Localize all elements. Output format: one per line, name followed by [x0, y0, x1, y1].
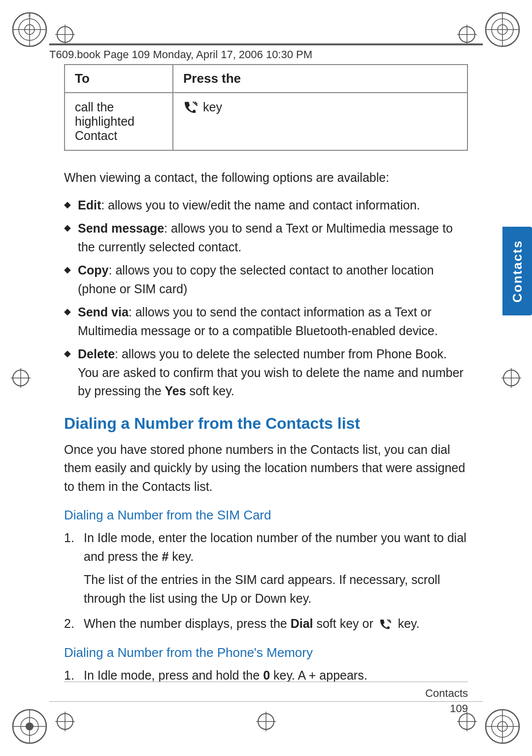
- header-text: T609.book Page 109 Monday, April 17, 200…: [49, 48, 312, 61]
- list-item: Delete: allows you to delete the selecte…: [64, 345, 468, 401]
- phone-icon-inline: [379, 619, 393, 630]
- corner-decoration-tl: [10, 10, 49, 49]
- sub-heading-sim: Dialing a Number from the SIM Card: [64, 508, 468, 523]
- list-item: Send via: allows you to send the contact…: [64, 303, 468, 340]
- page: T609.book Page 109 Monday, April 17, 200…: [0, 0, 532, 756]
- table-row: call the highlightedContact key: [65, 93, 467, 150]
- footer-text: Contacts 109: [425, 686, 468, 717]
- header-bar: T609.book Page 109 Monday, April 17, 200…: [49, 44, 483, 61]
- reg-mark-tr: [456, 24, 478, 45]
- key-label: key: [203, 100, 222, 114]
- list-item: 2. When the number displays, press the D…: [64, 615, 468, 633]
- list-item: Send message: allows you to send a Text …: [64, 219, 468, 256]
- sub-heading-memory: Dialing a Number from the Phone's Memory: [64, 645, 468, 660]
- reg-mark-ml: [10, 367, 32, 389]
- table-header-press: Press the: [173, 65, 467, 93]
- corner-decoration-bl: [10, 707, 49, 746]
- list-item: Edit: allows you to view/edit the name a…: [64, 196, 468, 215]
- bullet-list: Edit: allows you to view/edit the name a…: [64, 196, 468, 401]
- reg-mark-tl: [54, 24, 76, 45]
- table-header-to: To: [65, 65, 173, 93]
- table-cell-action: call the highlightedContact: [65, 93, 173, 150]
- phone-icon: [183, 101, 199, 114]
- intro-paragraph: When viewing a contact, the following op…: [64, 169, 468, 187]
- section-heading: Dialing a Number from the Contacts list: [64, 414, 468, 433]
- section-intro: Once you have stored phone numbers in th…: [64, 441, 468, 496]
- reg-mark-mr: [500, 367, 522, 389]
- list-item: 1. In Idle mode, enter the location numb…: [64, 529, 468, 608]
- table-cell-key: key: [173, 93, 467, 150]
- corner-decoration-tr: [483, 10, 522, 49]
- list-item: Copy: allows you to copy the selected co…: [64, 261, 468, 298]
- corner-decoration-br: [483, 707, 522, 746]
- info-table: To Press the call the highlightedContact: [64, 64, 468, 151]
- footer: Contacts 109: [64, 682, 468, 717]
- phone-key: key: [183, 100, 222, 114]
- side-tab: Contacts: [502, 227, 532, 315]
- main-content: To Press the call the highlightedContact: [64, 64, 468, 697]
- sim-steps-list: 1. In Idle mode, enter the location numb…: [64, 529, 468, 633]
